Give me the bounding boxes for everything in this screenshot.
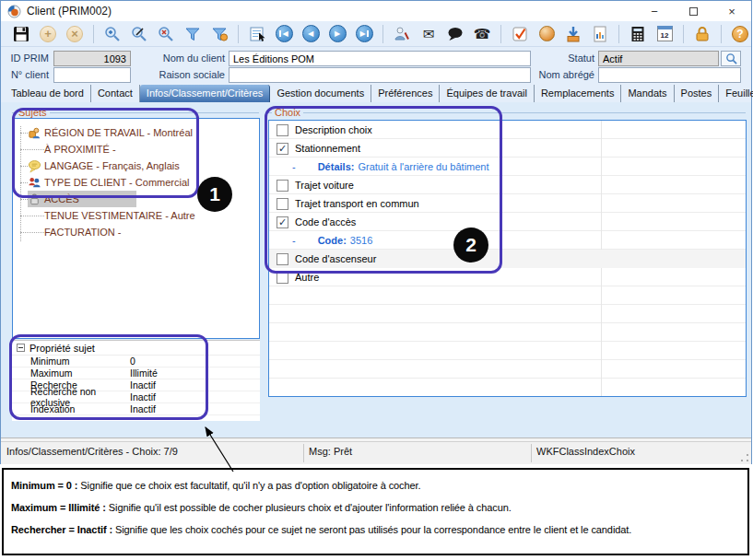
status-bar: Infos/Classement/Critères - Choix: 7/9 M… [1,442,751,464]
client-header-form: ID PRIM N° client Nom du client Raison s… [1,47,751,84]
help-icon: ? [732,26,748,42]
search-icon [725,52,737,64]
maximize-button[interactable] [674,1,712,21]
tab-contact[interactable]: Contact [91,85,140,102]
refresh-icon [539,26,555,41]
raison-sociale-field[interactable] [229,67,531,83]
report-button[interactable] [589,24,611,44]
tasks-button[interactable] [509,24,531,44]
lock-button[interactable] [691,24,713,44]
save-button[interactable] [10,24,32,44]
callout-badge-1: 1 [197,177,232,212]
zoom-edit-icon [130,25,148,43]
tab-gestion-documents[interactable]: Gestion documents [270,85,371,102]
contacts-icon [393,25,411,43]
tab-tableau-de-bord[interactable]: Tableau de bord [5,85,91,102]
toolbar-separator [382,25,383,43]
phone-icon: ☎ [474,26,491,42]
nom-abrege-field[interactable] [598,67,741,83]
notes-icon [248,25,266,43]
nom-abrege-label: Nom abrégé [517,67,594,82]
nav-next-icon: ▶ [329,25,347,42]
calendar-button[interactable]: 12 [653,24,676,44]
lock-icon [693,25,712,43]
nav-previous-icon: ◀ [302,25,320,42]
tab-mandats[interactable]: Mandats [621,85,674,102]
contacts-button[interactable] [391,24,413,44]
import-button[interactable] [562,24,584,44]
toolbar-separator [618,25,619,43]
main-toolbar: + × ◀ ◀ ▶ ▶ ✉ ☎ 12 [1,21,751,47]
id-prim-field [53,51,131,66]
tab-preferences[interactable]: Préférences [371,85,440,102]
zoom-remove-button[interactable] [155,24,177,44]
maximize-icon [689,7,698,16]
mail-icon: ✉ [423,26,435,42]
zoom-edit-button[interactable] [128,24,150,44]
refresh-button[interactable] [535,24,558,44]
nom-du-client-label: Nom du client [137,51,225,65]
note-line-maximum: Maximum = Illimité : Signifie qu'il est … [11,502,740,513]
calculator-button[interactable] [627,24,649,44]
filter-settings-icon [210,25,229,43]
tree-item-facturation[interactable]: FACTURATION - [13,224,259,240]
title-bar: Client (PRIM002) − × [1,1,751,21]
tab-strip: Tableau de bord Contact Infos/Classement… [1,84,751,102]
zoom-remove-icon [157,25,175,43]
annotation-arrow [189,420,253,477]
nav-first-button[interactable]: ◀ [273,24,295,44]
import-icon [564,25,582,43]
zoom-in-icon [103,25,122,43]
close-button[interactable]: × [712,1,751,21]
nav-previous-button[interactable]: ◀ [300,24,322,44]
tasks-icon [511,25,529,43]
no-client-label: N° client [1,67,49,82]
help-button[interactable]: ? [729,24,751,44]
tab-equipes-de-travail[interactable]: Équipes de travail [440,85,534,102]
statut-search-button[interactable] [721,51,741,66]
app-icon [7,5,21,18]
toolbar-separator [500,25,501,43]
zoom-in-button[interactable] [101,24,124,44]
chat-button[interactable] [444,24,466,44]
mail-button[interactable]: ✉ [418,24,440,44]
add-icon: + [40,26,56,42]
toolbar-separator [93,25,94,43]
nav-last-button[interactable]: ▶ [353,24,375,44]
tab-remplacements[interactable]: Remplacements [535,85,621,102]
screenshot-root: Client (PRIM002) − × + × ◀ ◀ ▶ ▶ [0,0,753,560]
notes-button[interactable] [246,24,268,44]
phone-button[interactable]: ☎ [471,24,493,44]
calendar-icon: 12 [657,26,673,41]
filter-button[interactable] [182,24,204,44]
filter-settings-button[interactable] [208,24,230,44]
toolbar-separator [683,25,684,43]
note-line-minimum: Minimum = 0 : Signifie que ce choix est … [11,480,740,491]
window-title: Client (PRIM002) [27,5,635,18]
toolbar-separator [721,25,722,43]
tab-feuilles-de-temps[interactable]: Feuilles de temps [719,85,753,102]
resize-grip[interactable] [740,453,749,462]
statut-label: Statut [517,51,594,65]
minimize-button[interactable]: − [635,1,674,21]
no-client-field[interactable] [53,67,131,83]
id-prim-label: ID PRIM [1,51,49,65]
nav-first-icon: ◀ [276,25,293,42]
annotation-rect-proprietes [9,334,208,420]
add-button[interactable]: + [37,24,59,44]
explanation-note-box: Minimum = 0 : Signifie que ce choix est … [2,468,749,555]
calculator-icon [629,25,647,43]
status-section-context: Infos/Classement/Critères - Choix: 7/9 [6,446,178,457]
filter-icon [183,25,202,43]
report-icon [591,25,609,43]
note-line-rechercher: Rechercher = Inactif : Signifie que les … [11,524,740,535]
tab-postes[interactable]: Postes [675,85,720,102]
status-section-message: Msg: Prêt [309,446,352,457]
nom-du-client-field[interactable] [229,51,531,66]
tab-infos-classement-criteres[interactable]: Infos/Classement/Critères [140,85,271,102]
cancel-button[interactable]: × [64,24,86,44]
nav-next-button[interactable]: ▶ [326,24,348,44]
statut-field [598,51,719,66]
window-controls: − × [635,1,751,21]
nav-last-icon: ▶ [356,25,373,42]
